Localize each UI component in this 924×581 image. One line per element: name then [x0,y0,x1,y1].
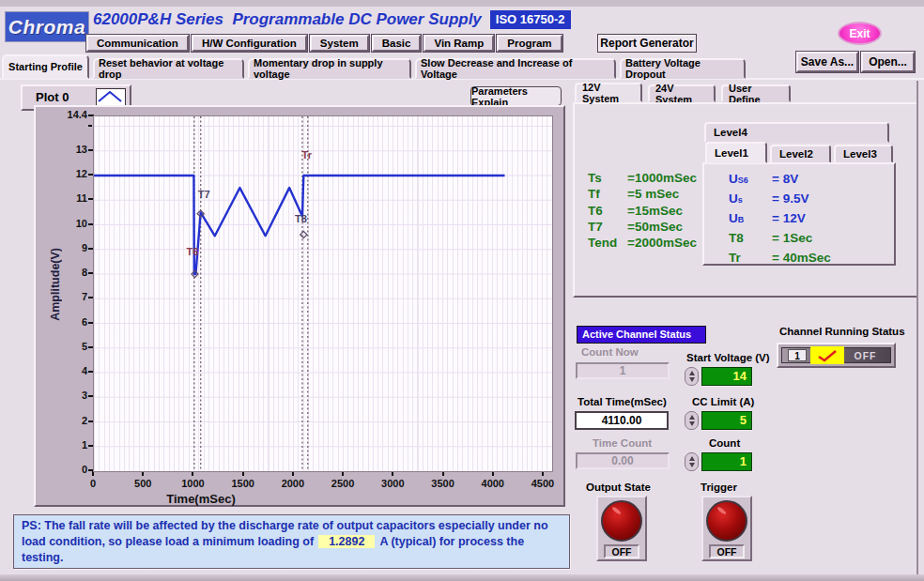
timing-param-t7: T7=50mSec [588,219,697,235]
menu-button-system[interactable]: System [310,35,369,52]
exit-button[interactable]: Exit [838,22,882,45]
plot-panel: Amplitude(V) Time(mSec) 14.4131211109876… [34,105,565,507]
level-tab-1[interactable]: Level1 [705,142,767,163]
y-tick-label: 9 [36,242,87,253]
timing-param-tend: Tend=2000mSec [588,235,697,251]
cc-limit-stepper[interactable] [685,411,699,430]
y-axis-label: Amplitude(V) [49,248,62,321]
start-voltage-label: Start Voltage (V) [686,352,770,363]
window-bottom-frame [0,574,924,581]
total-time-field[interactable]: 4110.00 [575,411,669,430]
ps-note: PS: The fall rate will be affected by th… [13,514,570,569]
count-stepper[interactable] [685,452,699,471]
time-count-field: 0.00 [576,452,670,469]
output-state-label: Output State [586,482,651,493]
time-count-label: Time Count [593,437,652,449]
x-tick-label: 3000 [369,478,416,489]
x-tick-label: 1000 [169,478,216,489]
iso-badge: ISO 16750-2 [490,10,571,29]
waveform-icon [96,88,126,107]
stepper-up-icon[interactable] [689,456,695,461]
menu-button-program[interactable]: Program [497,35,562,52]
level-param-tr: Tr = 40mSec [704,248,894,268]
system-tab-24v[interactable]: 24V System [648,84,716,102]
tab-momentary-drop[interactable]: Momentary drop in supply voltage [248,58,411,79]
x-axis-label: Time(mSec) [126,492,276,506]
level-tab-4[interactable]: Level4 [704,122,889,143]
total-time-label: Total Time(mSec) [578,396,667,407]
window-top-frame [0,0,924,7]
level-param-us: Us = 9.5V [704,189,894,208]
cc-limit-label: CC Limit (A) [692,396,754,407]
y-tick-label: 6 [36,316,87,328]
level-tab-3[interactable]: Level3 [834,145,893,163]
tab-reset-behavior[interactable]: Reset behavior at voltage drop [93,58,244,79]
start-voltage-stepper[interactable] [685,367,699,386]
count-label: Count [709,437,740,449]
start-voltage-field[interactable]: 14 [701,367,752,386]
system-tab-user-define[interactable]: User Define [721,84,791,102]
count-now-label: Count Now [581,346,639,358]
y-tick-label: 4 [36,365,87,376]
menu-button-communication[interactable]: Communication [86,35,189,52]
x-tick-label: 4000 [470,478,516,489]
y-tick-label: 13 [36,144,87,155]
y-tick-label: 14.4 [36,109,87,120]
tab-starting-profile[interactable]: Starting Profile [2,54,89,79]
tab-battery-voltage-dropout[interactable]: Battery Voltage Dropout [620,58,746,79]
channel-running-status-control[interactable]: 1 OFF [777,343,896,368]
level-tab-2[interactable]: Level2 [770,145,831,163]
x-tick-label: 2500 [319,478,366,489]
system-tab-12v[interactable]: 12V System [575,83,642,102]
output-state-button[interactable] [601,500,642,542]
y-tick-label: 1 [36,439,87,451]
stepper-up-icon[interactable] [689,371,695,375]
waveform-chart: T6T7T8Tr [94,116,552,471]
stepper-up-icon[interactable] [689,415,695,420]
trigger-button[interactable] [706,500,747,542]
channel-number: 1 [788,349,807,361]
open-button[interactable]: Open... [861,52,915,72]
system-panel: Level4 Level1 Level2 Level3 US6 = 8V Us … [573,102,918,298]
app-window: Chroma 62000P&H Series Programmable DC P… [0,0,924,581]
running-state-label: OFF [844,350,890,361]
plot-area[interactable]: T6T7T8Tr [93,115,553,472]
timing-parameters: Ts=1000mSec Tf=5 mSec T6=15mSec T7=50mSe… [588,170,697,251]
title-row: 62000P&H Series Programmable DC Power Su… [93,10,571,29]
stepper-down-icon[interactable] [689,421,695,426]
cc-limit-field[interactable]: 5 [701,411,752,430]
output-state-indicator: OFF [604,544,639,558]
channel-running-status-bar: 1 OFF [781,347,891,363]
level1-values-box: US6 = 8V Us = 9.5V UB = 12V T8 = 1Sec Tr [702,162,896,266]
svg-text:T8: T8 [295,213,307,224]
menu-button-vin-ramp[interactable]: Vin Ramp [424,35,494,52]
x-tick-label: 3500 [420,478,467,489]
y-tick-label: 11 [36,192,87,204]
stepper-down-icon[interactable] [689,463,695,467]
level-param-t8: T8 = 1Sec [704,228,894,248]
menu-button-hw-configuration[interactable]: H/W Configuration [192,35,307,52]
report-generator-button[interactable]: Report Generator [597,34,697,53]
trigger-indicator: OFF [709,544,745,558]
x-tick-label: 4500 [519,478,566,489]
menu-button-basic[interactable]: Basic [372,35,422,52]
parameters-explain-button[interactable]: Parameters Explain [470,86,562,106]
svg-text:T7: T7 [198,189,210,200]
tab-slow-decrease-increase[interactable]: Slow Decrease and Increase of Voltage [415,58,616,79]
menu-bar: Communication H/W Configuration System B… [86,35,562,52]
count-field[interactable]: 1 [701,452,752,471]
x-tick-label: 2000 [270,478,316,489]
svg-text:T6: T6 [186,246,198,257]
y-tick-label: 12 [36,168,87,179]
trigger-label: Trigger [701,482,737,493]
y-tick-label: 8 [36,267,87,278]
ps-note-highlight-value: 1.2892 [318,535,375,548]
stepper-down-icon[interactable] [689,377,695,382]
y-tick-label: 7 [36,291,87,302]
save-as-button[interactable]: Save As... [796,52,858,72]
timing-param-ts: Ts=1000mSec [588,170,697,186]
level-param-us6: US6 = 8V [704,169,894,189]
main-tab-bar: Starting Profile Reset behavior at volta… [2,54,746,79]
chroma-logo: Chroma [5,11,89,42]
level-param-ub: UB = 12V [704,208,894,228]
